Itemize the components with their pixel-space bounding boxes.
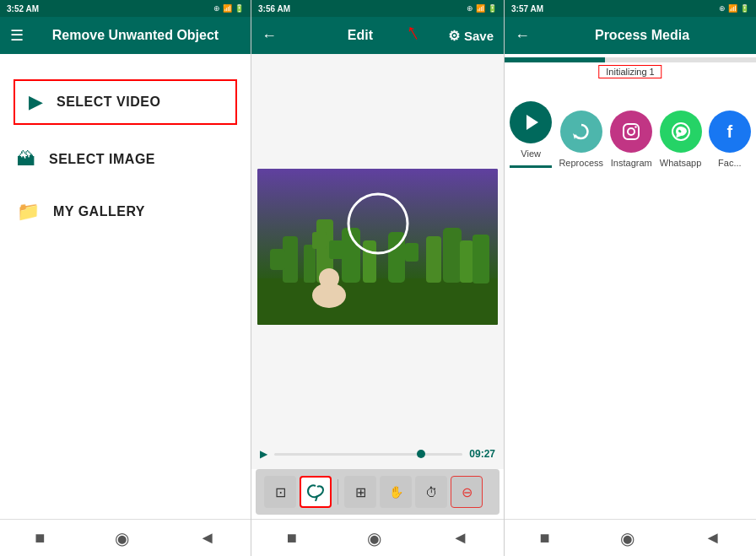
- whatsapp-label: Whatsapp: [660, 158, 702, 168]
- initializing-label-container: Initializing 1: [505, 62, 756, 81]
- back-button-process[interactable]: ←: [515, 27, 530, 45]
- video-preview-area: [251, 54, 504, 440]
- lasso-tool-button[interactable]: [300, 476, 332, 508]
- process-title: Process Media: [538, 28, 746, 43]
- instagram-label: Instagram: [611, 158, 652, 168]
- reprocess-label: Reprocess: [559, 158, 603, 168]
- topbar-edit: ← Edit ↑ ⚙ Save: [251, 17, 504, 54]
- play-icon-view: [520, 111, 542, 133]
- stop-icon-3[interactable]: ■: [540, 528, 550, 548]
- share-item-facebook[interactable]: f Fac...: [709, 111, 751, 168]
- home-icon-2[interactable]: ◉: [367, 528, 381, 548]
- topbar-1: ☰ Remove Unwanted Object: [0, 17, 251, 54]
- settings-icon-edit[interactable]: ⚙: [448, 28, 460, 44]
- home-icon-3[interactable]: ◉: [620, 528, 634, 548]
- svg-rect-1: [257, 278, 498, 325]
- facebook-label: Fac...: [718, 158, 742, 168]
- svg-rect-14: [460, 240, 473, 283]
- menu-item-my-gallery[interactable]: 📁 MY GALLERY: [0, 186, 251, 238]
- back-icon-2[interactable]: ◄: [451, 528, 468, 548]
- svg-marker-21: [573, 133, 576, 139]
- timeline-cursor: [417, 450, 425, 458]
- status-bar-2: 3:56 AM ⊕ 📶 🔋: [251, 0, 504, 17]
- timeline-row: ▶ 09:27: [260, 448, 495, 460]
- status-bar-1: 3:52 AM ⊕ 📶 🔋: [0, 0, 251, 17]
- video-frame: [257, 169, 498, 325]
- bottom-nav-3: ■ ◉ ◄: [505, 519, 756, 556]
- status-icons-3: ⊕ 📶 🔋: [719, 4, 749, 13]
- crop-tool-button[interactable]: ⊡: [264, 476, 296, 508]
- whatsapp-circle: [660, 111, 702, 153]
- svg-rect-6: [312, 232, 327, 249]
- panel-edit: 3:56 AM ⊕ 📶 🔋 ← Edit ↑ ⚙ Save: [251, 0, 505, 556]
- timeline-play-icon: ▶: [260, 448, 267, 460]
- timeline-area: ▶ 09:27: [251, 440, 504, 469]
- instagram-circle: [610, 111, 652, 153]
- instagram-icon: [620, 121, 642, 143]
- svg-rect-11: [405, 243, 418, 262]
- select-image-label: SELECT IMAGE: [49, 152, 155, 167]
- svg-rect-8: [329, 240, 344, 259]
- my-gallery-label: MY GALLERY: [53, 204, 145, 219]
- status-time-1: 3:52 AM: [7, 4, 39, 13]
- home-icon-1[interactable]: ◉: [115, 528, 129, 548]
- topbar-title-1: Remove Unwanted Object: [30, 28, 240, 43]
- stop-icon-2[interactable]: ■: [287, 528, 297, 548]
- save-button[interactable]: Save: [464, 29, 494, 43]
- svg-rect-15: [472, 235, 489, 283]
- whatsapp-icon: [670, 121, 692, 143]
- back-button-edit[interactable]: ←: [262, 27, 277, 45]
- video-icon: ▶: [29, 91, 43, 113]
- lasso-icon: [306, 483, 325, 501]
- panel-process-media: 3:57 AM ⊕ 📶 🔋 ← Process Media Initializi…: [505, 0, 756, 556]
- view-label: View: [521, 148, 541, 159]
- svg-marker-20: [526, 115, 538, 130]
- bottom-nav-1: ■ ◉ ◄: [0, 519, 251, 556]
- time-display: 09:27: [469, 448, 495, 460]
- tool-divider-1: [338, 479, 338, 505]
- svg-rect-4: [304, 245, 316, 283]
- svg-point-24: [635, 126, 637, 127]
- stop-icon-1[interactable]: ■: [35, 528, 45, 548]
- status-time-3: 3:57 AM: [511, 4, 543, 13]
- facebook-circle: f: [709, 111, 751, 153]
- view-circle: [510, 101, 552, 143]
- back-icon-1[interactable]: ◄: [199, 528, 216, 548]
- timer-tool-button[interactable]: ⏱: [415, 476, 447, 508]
- svg-rect-9: [363, 240, 376, 283]
- save-area: ↑ ⚙ Save: [444, 28, 494, 44]
- svg-point-18: [319, 268, 339, 289]
- video-content-svg: [257, 169, 498, 325]
- hand-tool-button[interactable]: ✋: [380, 476, 412, 508]
- initializing-badge: Initializing 1: [598, 65, 662, 78]
- transform-tool-button[interactable]: ⊞: [344, 476, 376, 508]
- status-icons-2: ⊕ 📶 🔋: [467, 4, 497, 13]
- spacer-3: [505, 171, 756, 519]
- panel-remove-object: 3:52 AM ⊕ 📶 🔋 ☰ Remove Unwanted Object ▶…: [0, 0, 251, 556]
- status-bar-3: 3:57 AM ⊕ 📶 🔋: [505, 0, 756, 17]
- tools-bar: ⊡ ⊞ ✋ ⏱ ⊖: [256, 469, 500, 515]
- menu-item-select-image[interactable]: 🏔 SELECT IMAGE: [0, 133, 251, 186]
- topbar-process: ← Process Media: [505, 17, 756, 54]
- status-icons-1: ⊕ 📶 🔋: [213, 4, 244, 13]
- share-icons-row: View Reprocess Instagram: [505, 88, 756, 171]
- image-icon: 🏔: [17, 148, 35, 170]
- red-arrow-icon: ↑: [401, 18, 424, 47]
- share-item-instagram[interactable]: Instagram: [610, 111, 652, 168]
- menu-item-select-video[interactable]: ▶ SELECT VIDEO: [14, 79, 237, 125]
- svg-rect-3: [270, 249, 285, 270]
- back-icon-3[interactable]: ◄: [705, 528, 721, 548]
- hamburger-icon[interactable]: ☰: [10, 26, 24, 45]
- share-item-view[interactable]: View: [510, 101, 552, 168]
- status-time-2: 3:56 AM: [258, 4, 290, 13]
- facebook-icon: f: [727, 122, 733, 142]
- svg-point-23: [628, 128, 634, 135]
- reprocess-icon: [570, 121, 592, 143]
- timeline-track[interactable]: [274, 453, 462, 456]
- progress-wrapper: Initializing 1: [505, 57, 756, 81]
- share-item-whatsapp[interactable]: Whatsapp: [660, 111, 702, 168]
- bottom-nav-2: ■ ◉ ◄: [251, 519, 504, 556]
- svg-rect-13: [443, 228, 462, 283]
- minus-tool-button[interactable]: ⊖: [451, 476, 483, 508]
- share-item-reprocess[interactable]: Reprocess: [559, 111, 603, 168]
